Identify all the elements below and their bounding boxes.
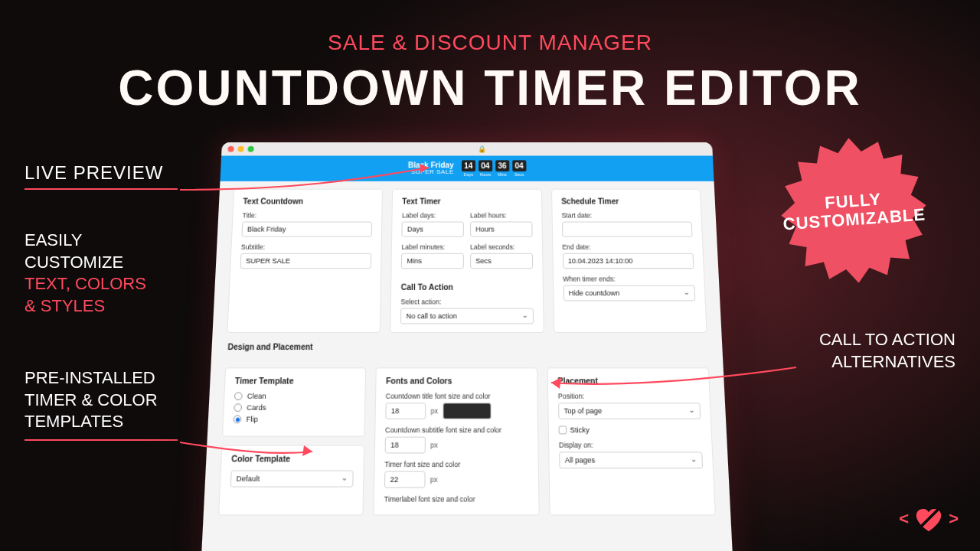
traffic-light-close-icon[interactable] <box>227 146 234 152</box>
callout-cta: CALL TO ACTION ALTERNATIVES <box>819 329 956 373</box>
label-hours-input[interactable]: Hours <box>470 222 532 237</box>
label-mins-input[interactable]: Mins <box>401 253 464 269</box>
subtitle-input[interactable]: SUPER SALE <box>240 253 372 269</box>
preview-days-value: 14 <box>462 160 475 171</box>
subtitle-font-size-input[interactable]: 18 <box>385 437 426 454</box>
badge-fully-customizable: FULLYCUSTOMIZABLE <box>776 133 932 289</box>
panel-fonts-colors: Fonts and Colors Countdown title font si… <box>373 367 539 515</box>
panel-schedule-timer: Schedule Timer Start date: End date:10.0… <box>551 189 707 333</box>
cta-select[interactable]: No call to action <box>400 308 534 324</box>
title-input[interactable]: Black Friday <box>241 222 372 237</box>
label-secs-input[interactable]: Secs <box>470 253 533 269</box>
lock-icon: 🔒 <box>478 145 486 153</box>
template-clean-radio[interactable]: Clean <box>234 392 355 400</box>
timer-font-size-input[interactable]: 22 <box>384 471 426 488</box>
preview-secs-value: 04 <box>512 160 526 171</box>
window-titlebar: 🔒 <box>221 142 713 156</box>
callout-live-preview: LIVE PREVIEW <box>24 162 163 184</box>
section-design-placement: Design and Placement <box>226 343 708 352</box>
traffic-light-max-icon[interactable] <box>247 146 253 152</box>
chevron-left-icon: < <box>899 509 909 529</box>
panel-timer-template: Timer Template Clean Cards Flip <box>222 367 366 436</box>
live-preview-bar: Black Friday SUPER SALE 14Days 04Hours 3… <box>220 156 714 181</box>
page-title: COUNTDOWN TIMER EDITOR <box>0 60 980 116</box>
kicker: SALE & DISCOUNT MANAGER <box>0 31 980 55</box>
preview-hours-value: 04 <box>479 160 492 171</box>
color-template-select[interactable]: Default <box>230 470 354 487</box>
title-color-swatch[interactable] <box>443 403 491 419</box>
display-on-select[interactable]: All pages <box>559 452 703 468</box>
brand-logo: < > <box>899 504 959 534</box>
start-date-input[interactable] <box>562 222 693 237</box>
callout-customize: EASILY CUSTOMIZE TEXT, COLORS & STYLES <box>24 230 146 317</box>
callout-templates: PRE-INSTALLED TIMER & COLOR TEMPLATES <box>24 367 158 433</box>
template-cards-radio[interactable]: Cards <box>234 403 354 412</box>
preview-subtitle: SUPER SALE <box>408 169 454 176</box>
traffic-light-min-icon[interactable] <box>237 146 243 152</box>
panel-text-countdown: Text Countdown Title: Black Friday Subti… <box>227 189 383 333</box>
chevron-right-icon: > <box>949 509 959 529</box>
title-font-size-input[interactable]: 18 <box>385 403 426 419</box>
label-days-input[interactable]: Days <box>402 222 464 237</box>
position-select[interactable]: Top of page <box>558 403 701 419</box>
template-flip-radio[interactable]: Flip <box>233 415 354 423</box>
panel-placement: Placement Position:Top of page Sticky Di… <box>547 367 716 515</box>
panel-color-template: Color Template Default <box>218 445 364 516</box>
heart-icon <box>913 504 944 534</box>
sticky-checkbox[interactable] <box>559 426 567 435</box>
when-ends-select[interactable]: Hide countdown <box>563 285 695 302</box>
editor-window: 🔒 Black Friday SUPER SALE 14Days 04Hours… <box>201 142 734 551</box>
preview-mins-value: 36 <box>495 160 509 171</box>
panel-text-timer: Text Timer Label days:Days Label hours:H… <box>390 189 544 333</box>
end-date-input[interactable]: 10.04.2023 14:10:00 <box>562 253 694 269</box>
